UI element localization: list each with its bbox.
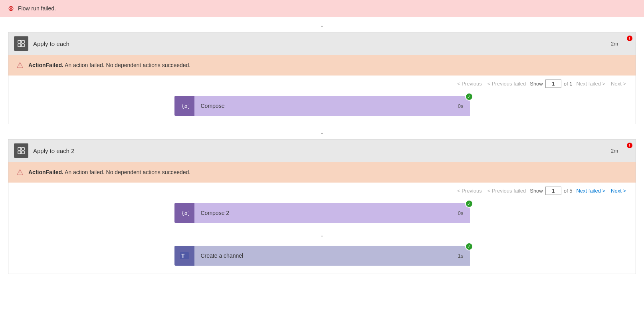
warning-triangle-1: ⚠ bbox=[16, 60, 24, 70]
apply-each-2-inner: < Previous < Previous failed Show of 5 N… bbox=[8, 183, 636, 274]
compose-2-check: ✓ bbox=[465, 200, 473, 208]
show-label-2: Show bbox=[530, 188, 543, 194]
apply-each-2-container: Apply to each 2 2m ! ⚠ ActionFailed. An … bbox=[8, 139, 636, 274]
connector-arrow-inner: ↓ bbox=[8, 227, 636, 242]
svg-rect-1 bbox=[22, 40, 24, 43]
apply-each-2-duration: 2m bbox=[611, 148, 618, 154]
of-label-1: of 1 bbox=[564, 81, 573, 87]
apply-each-1-container: Apply to each 2m ! ⚠ ActionFailed. An ac… bbox=[8, 32, 636, 124]
compose-2-duration: 0s bbox=[458, 210, 464, 216]
action-failed-banner-2: ⚠ ActionFailed. An action failed. No dep… bbox=[8, 162, 636, 183]
create-channel-icon: T bbox=[174, 246, 194, 266]
compose-body: Compose 0s bbox=[194, 96, 470, 116]
svg-text:{ø}: {ø} bbox=[181, 103, 189, 109]
flow-error-text: Flow run failed. bbox=[18, 5, 56, 12]
apply-each-1-error-dot: ! bbox=[627, 36, 632, 41]
create-channel-name: Create a channel bbox=[201, 252, 244, 259]
svg-rect-3 bbox=[22, 44, 24, 47]
show-label-1: Show bbox=[530, 81, 543, 87]
svg-rect-5 bbox=[18, 147, 21, 150]
page-input-1[interactable] bbox=[545, 80, 561, 88]
action-failed-banner-1: ⚠ ActionFailed. An action failed. No dep… bbox=[8, 55, 636, 76]
previous-failed-btn-2[interactable]: < Previous failed bbox=[486, 187, 527, 195]
connector-arrow-middle: ↓ bbox=[0, 124, 644, 139]
svg-rect-2 bbox=[18, 44, 21, 47]
next-failed-btn-2[interactable]: Next failed > bbox=[575, 187, 607, 195]
apply-each-1-duration: 2m bbox=[611, 41, 618, 47]
svg-rect-6 bbox=[22, 147, 24, 150]
step-create-channel[interactable]: T Create a channel 1s ✓ bbox=[174, 246, 470, 266]
create-channel-check: ✓ bbox=[465, 243, 473, 250]
apply-each-2-error-dot: ! bbox=[627, 143, 632, 148]
pagination-bar-2: < Previous < Previous failed Show of 5 N… bbox=[8, 183, 636, 199]
compose-duration: 0s bbox=[458, 103, 464, 109]
svg-text:T: T bbox=[181, 252, 185, 259]
svg-text:{ø}: {ø} bbox=[181, 210, 189, 216]
action-failed-text-1: ActionFailed. An action failed. No depen… bbox=[28, 62, 190, 68]
action-failed-text-2: ActionFailed. An action failed. No depen… bbox=[28, 169, 190, 175]
svg-rect-8 bbox=[22, 151, 24, 154]
previous-btn-2[interactable]: < Previous bbox=[456, 187, 483, 195]
error-circle-icon: ⊗ bbox=[8, 4, 14, 13]
svg-rect-7 bbox=[18, 151, 21, 154]
compose-icon: {ø} bbox=[174, 96, 194, 116]
pagination-bar-1: < Previous < Previous failed Show of 1 N… bbox=[8, 76, 636, 92]
next-btn-1[interactable]: Next > bbox=[609, 80, 628, 87]
of-label-2: of 5 bbox=[564, 188, 573, 194]
compose-name: Compose bbox=[201, 103, 225, 109]
warning-triangle-2: ⚠ bbox=[16, 167, 24, 177]
create-channel-duration: 1s bbox=[458, 253, 464, 259]
apply-each-1-header[interactable]: Apply to each 2m ! bbox=[8, 32, 636, 55]
next-btn-2[interactable]: Next > bbox=[609, 187, 628, 195]
compose-2-name: Compose 2 bbox=[201, 210, 230, 216]
compose-2-icon: {ø} bbox=[174, 203, 194, 223]
flow-error-banner: ⊗ Flow run failed. bbox=[0, 0, 644, 17]
apply-each-1-title: Apply to each bbox=[33, 40, 606, 47]
connector-arrow-top: ↓ bbox=[0, 17, 644, 32]
create-channel-body: Create a channel 1s bbox=[194, 246, 470, 266]
apply-each-2-icon bbox=[14, 143, 28, 158]
apply-each-1-inner: < Previous < Previous failed Show of 1 N… bbox=[8, 76, 636, 124]
apply-each-2-title: Apply to each 2 bbox=[33, 147, 606, 154]
step-compose-2[interactable]: {ø} Compose 2 0s ✓ bbox=[174, 203, 470, 223]
compose-check: ✓ bbox=[465, 93, 473, 101]
apply-each-2-header[interactable]: Apply to each 2 2m ! bbox=[8, 139, 636, 162]
previous-failed-btn-1[interactable]: < Previous failed bbox=[486, 80, 527, 87]
page-input-2[interactable] bbox=[545, 187, 561, 195]
step-compose[interactable]: {ø} Compose 0s ✓ bbox=[174, 96, 470, 116]
svg-rect-0 bbox=[18, 40, 21, 43]
compose-2-body: Compose 2 0s bbox=[194, 203, 470, 223]
apply-each-1-icon bbox=[14, 36, 28, 51]
next-failed-btn-1[interactable]: Next failed > bbox=[575, 80, 607, 87]
previous-btn-1[interactable]: < Previous bbox=[456, 80, 483, 87]
